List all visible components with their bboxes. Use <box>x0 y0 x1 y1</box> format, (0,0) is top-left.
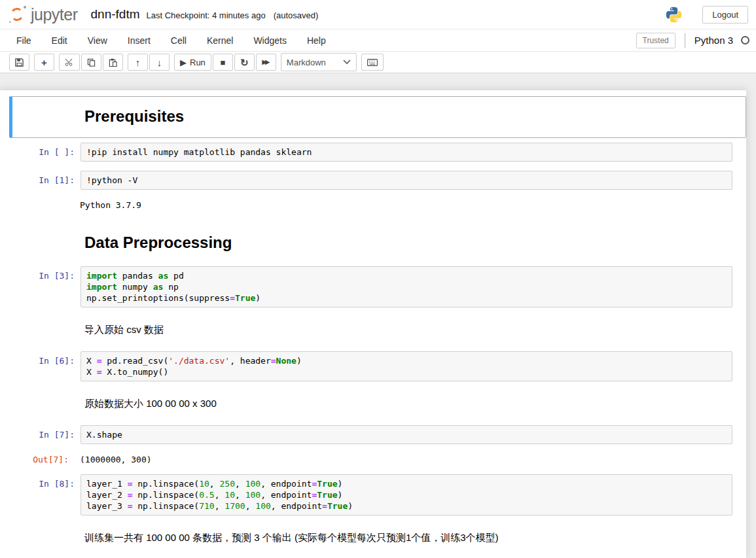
markdown-body: Data Preprocessing <box>81 223 732 257</box>
copy-cell-button[interactable] <box>81 54 101 71</box>
code-body: layer_1 = np.linspace(10, 250, 100, endp… <box>81 474 732 515</box>
keyboard-icon <box>367 59 378 66</box>
output-area: (1000000, 300) <box>75 450 152 465</box>
menu-insert[interactable]: Insert <box>128 35 151 46</box>
command-palette-button[interactable] <box>361 54 384 71</box>
python-logo-icon <box>665 6 683 24</box>
markdown-cell[interactable]: Data Preprocessing <box>0 215 746 262</box>
restart-icon: ↻ <box>240 58 249 67</box>
markdown-heading: Data Preprocessing <box>84 234 732 252</box>
code-line: !python -V <box>86 175 727 186</box>
markdown-heading: Prerequisites <box>84 107 732 126</box>
chevron-down-icon <box>343 60 351 65</box>
code-line: X = pd.read_csv('./data.csv', header=Non… <box>86 355 727 366</box>
code-line: X.shape <box>86 429 727 440</box>
menu-file[interactable]: File <box>16 35 31 46</box>
menu-bar: File Edit View Insert Cell Kernel Widget… <box>0 29 756 52</box>
header-bar: jupyter dnn-fdtm Last Checkpoint: 4 minu… <box>0 0 756 29</box>
code-cell[interactable]: In [7]:X.shapeOut[7]:(1000000, 300) <box>0 421 746 470</box>
notebook-site: PrerequisitesIn [ ]:!pip install numpy m… <box>0 73 756 558</box>
run-cell-button[interactable]: ▶ Run <box>174 54 211 71</box>
cell-type-select[interactable]: Markdown <box>281 53 357 71</box>
code-input[interactable]: layer_1 = np.linspace(10, 250, 100, endp… <box>81 474 732 515</box>
markdown-text: 训练集一共有 100 00 00 条数据，预测 3 个输出 (实际每个模型每次只… <box>84 525 732 550</box>
code-line: !pip install numpy matplotlib pandas skl… <box>86 147 727 158</box>
notebook-container: PrerequisitesIn [ ]:!pip install numpy m… <box>0 90 746 558</box>
markdown-text: 原始数据大小 100 00 00 x 300 <box>84 391 732 416</box>
markdown-body: 导入原始 csv 数据 <box>81 317 732 342</box>
notebook-title[interactable]: dnn-fdtm <box>91 7 140 22</box>
restart-kernel-button[interactable]: ↻ <box>234 54 255 71</box>
move-cell-up-button[interactable]: ↑ <box>128 54 148 71</box>
code-input[interactable]: !pip install numpy matplotlib pandas skl… <box>81 143 732 162</box>
code-body: !pip install numpy matplotlib pandas skl… <box>81 143 732 162</box>
interrupt-kernel-button[interactable]: ■ <box>213 54 233 71</box>
arrow-down-icon: ↓ <box>157 58 162 67</box>
code-cell[interactable]: In [1]:!python -VPython 3.7.9 <box>0 166 746 215</box>
markdown-cell[interactable]: 原始数据大小 100 00 00 x 300 <box>0 386 746 421</box>
code-cell[interactable]: In [9]:y = np.zeros((X.shape[0], 3)) <box>0 555 746 558</box>
code-input[interactable]: X.shape <box>81 425 732 444</box>
menu-cell[interactable]: Cell <box>171 35 187 46</box>
logout-button[interactable]: Logout <box>702 6 748 24</box>
markdown-cell[interactable]: 导入原始 csv 数据 <box>0 312 746 347</box>
code-body: import pandas as pdimport numpy as npnp.… <box>81 266 732 307</box>
code-line: import pandas as pd <box>86 270 727 281</box>
code-body: X = pd.read_csv('./data.csv', header=Non… <box>81 351 732 381</box>
menu-view[interactable]: View <box>88 35 107 46</box>
add-cell-button[interactable]: + <box>34 54 54 71</box>
copy-icon <box>87 58 96 67</box>
cell-type-value: Markdown <box>287 58 326 67</box>
code-cell[interactable]: In [6]:X = pd.read_csv('./data.csv', hea… <box>0 347 746 386</box>
code-input[interactable]: import pandas as pdimport numpy as npnp.… <box>81 266 732 307</box>
code-line: layer_2 = np.linspace(0.5, 10, 100, endp… <box>86 489 727 500</box>
markdown-body: Prerequisites <box>81 97 732 131</box>
menu-help[interactable]: Help <box>307 35 326 46</box>
code-cell[interactable]: In [3]:import pandas as pdimport numpy a… <box>0 262 746 312</box>
save-button[interactable] <box>9 54 29 71</box>
trusted-badge: Trusted <box>636 33 675 48</box>
run-label: Run <box>190 58 206 67</box>
code-input[interactable]: !python -V <box>81 171 732 190</box>
markdown-cell[interactable]: Prerequisites <box>9 96 746 138</box>
move-cell-down-button[interactable]: ↓ <box>149 54 170 71</box>
kernel-idle-icon <box>741 36 749 44</box>
code-input[interactable]: X = pd.read_csv('./data.csv', header=Non… <box>81 351 732 381</box>
input-prompt: In [3]: <box>0 266 81 307</box>
cut-cell-button[interactable] <box>59 54 80 71</box>
kernel-name: Python 3 <box>694 35 733 46</box>
input-prompt: In [8]: <box>0 474 81 515</box>
divider <box>685 33 685 48</box>
paste-cell-button[interactable] <box>103 54 123 71</box>
prompt-spacer <box>0 525 81 550</box>
arrow-up-icon: ↑ <box>135 58 141 67</box>
code-cell[interactable]: In [8]:layer_1 = np.linspace(10, 250, 10… <box>0 470 746 520</box>
jupyter-logo-icon <box>9 6 26 23</box>
prompt-spacer <box>0 391 81 416</box>
markdown-body: 原始数据大小 100 00 00 x 300 <box>81 391 732 416</box>
jupyter-logo-text: jupyter <box>31 5 78 24</box>
restart-run-all-button[interactable]: ▶▶ <box>256 54 276 71</box>
input-prompt: In [6]: <box>0 351 81 381</box>
output-prompt: Out[7]: <box>0 450 75 465</box>
menu-edit[interactable]: Edit <box>52 35 67 46</box>
play-icon: ▶ <box>180 58 187 67</box>
code-cell[interactable]: In [ ]:!pip install numpy matplotlib pan… <box>0 138 746 166</box>
fast-forward-icon: ▶▶ <box>262 59 270 65</box>
scissors-icon <box>65 58 74 66</box>
code-body: !python -VPython 3.7.9 <box>81 171 732 211</box>
stop-icon: ■ <box>220 58 225 67</box>
menu-widgets[interactable]: Widgets <box>253 35 287 46</box>
output-area: Python 3.7.9 <box>75 196 141 211</box>
code-line: layer_1 = np.linspace(10, 250, 100, endp… <box>86 478 727 489</box>
code-line: import numpy as np <box>86 281 727 292</box>
markdown-cell[interactable]: 训练集一共有 100 00 00 条数据，预测 3 个输出 (实际每个模型每次只… <box>0 520 746 555</box>
code-body: X.shapeOut[7]:(1000000, 300) <box>81 425 732 465</box>
jupyter-logo[interactable]: jupyter <box>9 5 78 24</box>
output-prompt <box>0 196 75 211</box>
output-row: Python 3.7.9 <box>0 196 732 211</box>
input-prompt: In [ ]: <box>0 143 81 162</box>
menu-kernel[interactable]: Kernel <box>207 35 233 46</box>
floppy-icon <box>15 58 24 67</box>
toolbar: + ↑ ↓ ▶ Run ■ ↻ ▶▶ Markdo <box>0 52 756 73</box>
